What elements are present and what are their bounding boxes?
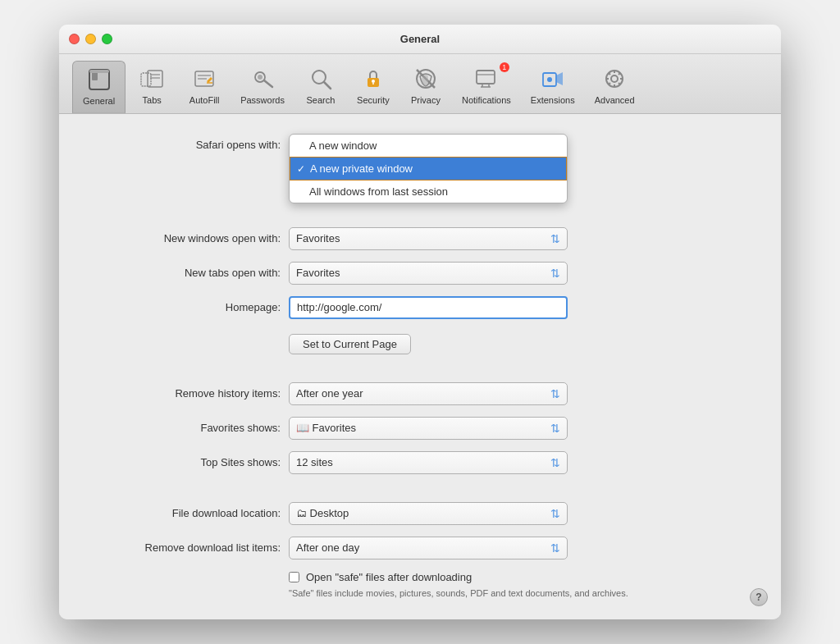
homepage-input[interactable] <box>289 296 568 319</box>
favorites-shows-dropdown[interactable]: 📖 Favorites ⇅ <box>289 417 568 440</box>
content-area: Safari opens with: A new private window … <box>59 114 781 620</box>
file-download-control: 🗂 Desktop ⇅ <box>289 502 748 525</box>
svg-point-17 <box>372 80 375 83</box>
remove-download-row: Remove download list items: After one da… <box>92 537 748 560</box>
favorites-shows-arrow: ⇅ <box>550 422 560 435</box>
tab-security[interactable]: Security <box>347 61 399 113</box>
help-button[interactable]: ? <box>750 588 768 606</box>
remove-history-value: After one year <box>296 387 363 400</box>
open-safe-files-checkbox[interactable] <box>289 572 299 582</box>
favorites-shows-control: 📖 Favorites ⇅ <box>289 417 748 440</box>
safari-opens-popup[interactable]: A new window ✓ A new private window All … <box>289 134 568 203</box>
remove-download-label: Remove download list items: <box>92 541 289 554</box>
tab-advanced[interactable]: Advanced <box>585 61 645 113</box>
new-tabs-dropdown[interactable]: Favorites ⇅ <box>289 262 568 285</box>
remove-download-dropdown[interactable]: After one day ⇅ <box>289 537 568 560</box>
option-new-window-text: A new window <box>309 139 377 152</box>
svg-line-35 <box>619 83 620 84</box>
option-all-windows[interactable]: All windows from last session <box>290 180 567 203</box>
titlebar: General <box>59 25 781 54</box>
safari-opens-with-row: Safari opens with: A new private window … <box>92 134 748 157</box>
svg-point-13 <box>258 75 262 80</box>
svg-line-37 <box>609 83 610 84</box>
remove-history-dropdown[interactable]: After one year ⇅ <box>289 382 568 405</box>
file-download-arrow: ⇅ <box>550 507 560 520</box>
remove-history-arrow: ⇅ <box>550 387 560 400</box>
top-sites-arrow: ⇅ <box>550 456 560 469</box>
tab-passwords[interactable]: Passwords <box>231 61 294 113</box>
svg-line-36 <box>619 73 620 75</box>
new-windows-control: Favorites ⇅ <box>289 227 748 250</box>
remove-download-arrow: ⇅ <box>550 541 560 555</box>
svg-rect-1 <box>92 72 98 80</box>
new-windows-value: Favorites <box>296 232 340 244</box>
remove-history-label: Remove history items: <box>92 387 289 400</box>
window-title: General <box>400 33 440 45</box>
autofill-icon <box>189 64 219 94</box>
tab-general[interactable]: General <box>72 61 126 113</box>
tab-tabs-label: Tabs <box>143 95 162 105</box>
remove-history-row: Remove history items: After one year ⇅ <box>92 382 748 405</box>
file-download-label: File download location: <box>92 507 289 519</box>
toolbar: General Tabs <box>59 54 781 114</box>
tab-security-label: Security <box>357 95 390 105</box>
notifications-icon <box>472 64 501 94</box>
homepage-control <box>289 296 748 319</box>
new-windows-row: New windows open with: Favorites ⇅ <box>92 227 748 250</box>
tab-general-label: General <box>83 96 115 106</box>
search-icon <box>306 64 336 94</box>
top-sites-value: 12 sites <box>296 456 333 468</box>
homepage-row: Homepage: <box>92 296 748 319</box>
option-all-windows-text: All windows from last session <box>309 185 448 198</box>
new-windows-arrow: ⇅ <box>550 232 560 245</box>
tabs-icon <box>137 64 167 94</box>
svg-line-34 <box>609 73 610 75</box>
svg-rect-4 <box>148 71 162 87</box>
open-safe-files-label: Open "safe" files after downloading <box>306 571 472 583</box>
general-icon <box>84 65 114 94</box>
remove-download-control: After one day ⇅ <box>289 537 748 560</box>
main-window: General General Tabs <box>59 25 781 620</box>
top-sites-row: Top Sites shows: 12 sites ⇅ <box>92 451 748 474</box>
set-current-page-button[interactable]: Set to Current Page <box>289 334 411 354</box>
new-tabs-control: Favorites ⇅ <box>289 262 748 285</box>
file-download-value: 🗂 Desktop <box>296 507 349 519</box>
option-new-window[interactable]: A new window <box>290 135 567 157</box>
maximize-button[interactable] <box>102 34 112 44</box>
minimize-button[interactable] <box>85 34 96 44</box>
tab-tabs[interactable]: Tabs <box>126 61 178 113</box>
homepage-label: Homepage: <box>92 301 289 313</box>
set-current-page-row: Set to Current Page <box>92 331 748 354</box>
safari-opens-control: A new private window ⇅ A new window ✓ A … <box>289 134 748 157</box>
privacy-icon <box>411 64 441 94</box>
svg-rect-21 <box>477 71 495 84</box>
separator-2 <box>92 486 748 494</box>
favorites-shows-value: 📖 Favorites <box>296 422 356 434</box>
separator-1 <box>92 366 748 374</box>
favorites-shows-row: Favorites shows: 📖 Favorites ⇅ <box>92 417 748 440</box>
tab-privacy[interactable]: Privacy <box>399 61 452 113</box>
tab-notifications[interactable]: 1 Notifications <box>452 61 521 113</box>
tab-passwords-label: Passwords <box>240 95 285 105</box>
file-download-dropdown[interactable]: 🗂 Desktop ⇅ <box>289 502 568 525</box>
close-button[interactable] <box>69 34 80 44</box>
option-new-private-window-text: A new private window <box>310 162 413 175</box>
top-sites-control: 12 sites ⇅ <box>289 451 748 474</box>
tab-autofill-label: AutoFill <box>189 95 220 105</box>
security-icon <box>358 64 388 94</box>
tab-privacy-label: Privacy <box>411 95 441 105</box>
new-windows-dropdown[interactable]: Favorites ⇅ <box>289 227 568 250</box>
titlebar-buttons <box>69 34 112 44</box>
option-new-private-window[interactable]: ✓ A new private window <box>290 157 567 180</box>
checkmark-icon: ✓ <box>297 163 305 175</box>
svg-rect-3 <box>141 73 151 86</box>
extensions-icon <box>538 64 568 94</box>
tab-extensions[interactable]: Extensions <box>521 61 585 113</box>
top-sites-dropdown[interactable]: 12 sites ⇅ <box>289 451 568 474</box>
svg-line-15 <box>324 82 331 89</box>
open-safe-files-row: Open "safe" files after downloading <box>92 571 748 583</box>
advanced-icon <box>600 64 629 94</box>
new-tabs-arrow: ⇅ <box>550 267 560 280</box>
tab-autofill[interactable]: AutoFill <box>178 61 231 113</box>
tab-search[interactable]: Search <box>294 61 347 113</box>
